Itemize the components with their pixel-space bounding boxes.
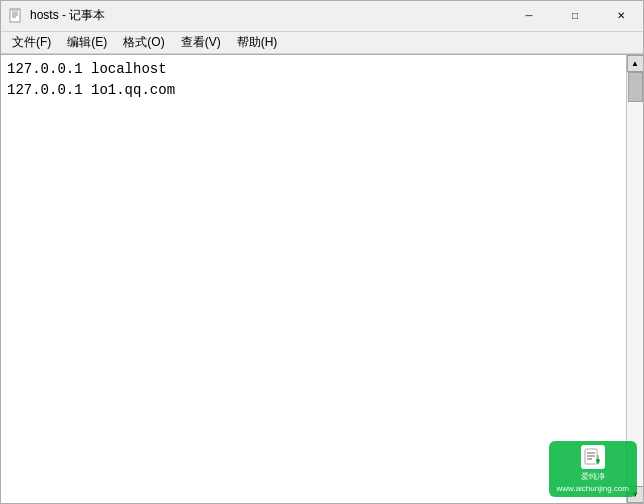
maximize-button[interactable]: □	[552, 0, 598, 32]
scroll-thumb[interactable]	[628, 72, 643, 102]
title-bar-left: hosts - 记事本	[8, 7, 105, 24]
notepad-icon	[8, 8, 24, 24]
svg-rect-1	[12, 8, 18, 11]
menu-bar: 文件(F) 编辑(E) 格式(O) 查看(V) 帮助(H)	[0, 32, 644, 54]
vertical-scrollbar[interactable]: ▲ ▼	[626, 55, 643, 503]
scroll-down-button[interactable]: ▼	[627, 486, 644, 503]
close-button[interactable]: ✕	[598, 0, 644, 32]
text-editor[interactable]	[1, 55, 626, 503]
content-area: ▲ ▼ 爱纯净 www.aichunjing.com	[0, 54, 644, 504]
window-title: hosts - 记事本	[30, 7, 105, 24]
menu-view[interactable]: 查看(V)	[173, 33, 229, 53]
menu-format[interactable]: 格式(O)	[115, 33, 172, 53]
title-bar: hosts - 记事本 ─ □ ✕	[0, 0, 644, 32]
menu-help[interactable]: 帮助(H)	[229, 33, 286, 53]
scroll-track[interactable]	[627, 72, 643, 486]
minimize-button[interactable]: ─	[506, 0, 552, 32]
scroll-up-button[interactable]: ▲	[627, 55, 644, 72]
menu-edit[interactable]: 编辑(E)	[59, 33, 115, 53]
title-bar-controls: ─ □ ✕	[506, 0, 644, 32]
menu-file[interactable]: 文件(F)	[4, 33, 59, 53]
